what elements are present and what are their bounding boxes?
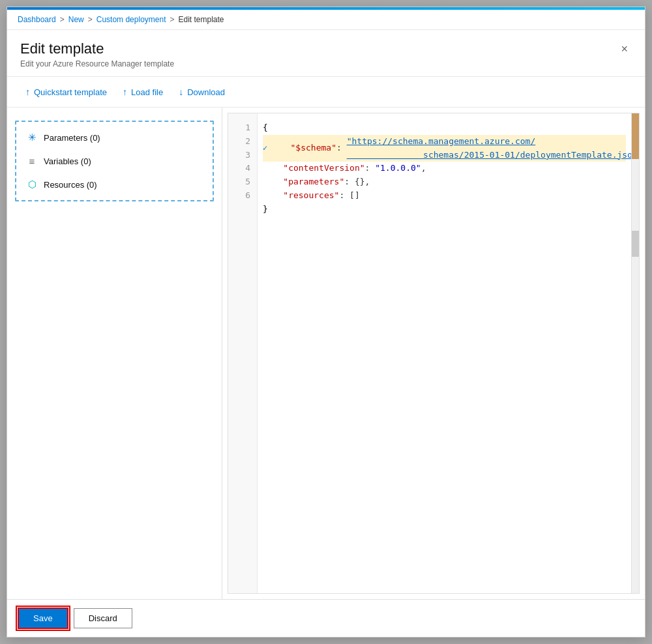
breadcrumb-sep-3: > [170,15,174,24]
code-line-5: "resources" : [] [263,189,626,203]
discard-button[interactable]: Discard [74,608,132,628]
footer: Save Discard [7,599,645,637]
code-indent-5 [263,189,283,203]
code-indent-3 [263,162,283,175]
code-line-6: } [263,203,626,216]
breadcrumb-custom-deployment[interactable]: Custom deployment [96,15,166,24]
page-title: Edit template [20,40,174,57]
code-indent-4 [263,175,283,189]
code-brace-open: { [263,121,268,135]
line-num-1: 1 [228,121,257,135]
params-label: Parameters (0) [44,133,100,143]
scrollbar-thumb-gray [632,231,639,257]
close-button[interactable]: × [617,40,632,57]
quickstart-template-button[interactable]: Quickstart template [18,83,115,100]
code-colon-5: : [] [339,189,359,203]
breadcrumb-dashboard[interactable]: Dashboard [18,15,56,24]
line-num-6: 6 [228,189,257,203]
header: Edit template Edit your Azure Resource M… [7,30,645,77]
code-line-1: { [263,121,626,135]
code-line-3: "contentVersion" : "1.0.0.0" , [263,162,626,175]
scrollbar-track[interactable] [631,113,639,593]
vars-icon: ≡ [25,154,38,168]
code-schema-url[interactable]: "https://schema.management.azure.com/ sc… [347,135,631,162]
code-line-2: ✓ "$schema" : "https://schema.management… [263,135,626,162]
line-num-5: 5 [228,175,257,189]
code-brace-close: } [263,203,268,216]
code-line-4: "parameters" : {}, [263,175,626,189]
modal: Dashboard > New > Custom deployment > Ed… [7,7,645,637]
header-left: Edit template Edit your Azure Resource M… [20,40,174,68]
breadcrumb-current: Edit template [179,15,224,24]
editor-panel[interactable]: 1 2 3 4 5 6 { [228,113,640,594]
quickstart-label: Quickstart template [34,87,107,97]
load-file-button[interactable]: Load file [115,83,171,100]
code-comma-3: , [421,162,426,175]
resources-icon: ⬡ [25,178,38,191]
vars-label: Variables (0) [44,156,91,166]
download-label: Download [187,87,225,97]
line-check-icon: ✓ [263,142,267,154]
breadcrumb-new[interactable]: New [68,15,84,24]
line-num-3: 3 [228,149,257,162]
panel-item-resources[interactable]: ⬡ Resources (0) [16,173,213,196]
code-key-parameters: "parameters" [283,175,344,189]
breadcrumb-sep-2: > [88,15,93,24]
editor-code[interactable]: { ✓ "$schema" : "https://schema.manageme… [258,113,631,593]
modal-overlay: Dashboard > New > Custom deployment > Ed… [0,0,652,644]
panel-item-parameters[interactable]: ✳ Parameters (0) [16,126,213,149]
left-panel: ✳ Parameters (0) ≡ Variables (0) ⬡ Resou… [7,108,222,599]
code-indent-2 [270,141,290,155]
download-icon [179,87,183,97]
toolbar: Quickstart template Load file Download [7,77,645,108]
quickstart-icon [25,87,30,97]
editor-inner: 1 2 3 4 5 6 { [228,113,639,593]
breadcrumb: Dashboard > New > Custom deployment > Ed… [7,10,645,30]
load-file-icon [123,87,127,97]
breadcrumb-sep-1: > [60,15,65,24]
code-colon-3: : [365,162,376,175]
line-num-4: 4 [228,162,257,175]
code-key-resources: "resources" [283,189,339,203]
save-button[interactable]: Save [18,607,68,629]
line-numbers: 1 2 3 4 5 6 [228,113,258,593]
page-subtitle: Edit your Azure Resource Manager templat… [20,59,174,68]
line-num-2: 2 [228,135,257,149]
download-button[interactable]: Download [171,83,233,100]
code-value-version: "1.0.0.0" [375,162,421,175]
panel-box: ✳ Parameters (0) ≡ Variables (0) ⬡ Resou… [15,121,214,201]
main-content: ✳ Parameters (0) ≡ Variables (0) ⬡ Resou… [7,108,645,599]
code-colon-4: : {}, [344,175,370,189]
params-icon: ✳ [25,131,38,144]
load-file-label: Load file [131,87,163,97]
code-colon-2: : [336,141,347,155]
panel-item-variables[interactable]: ≡ Variables (0) [16,149,213,173]
code-key-version: "contentVersion" [283,162,364,175]
resources-label: Resources (0) [44,180,97,190]
scrollbar-thumb-orange [632,113,639,159]
code-key-schema: "$schema" [291,141,336,155]
